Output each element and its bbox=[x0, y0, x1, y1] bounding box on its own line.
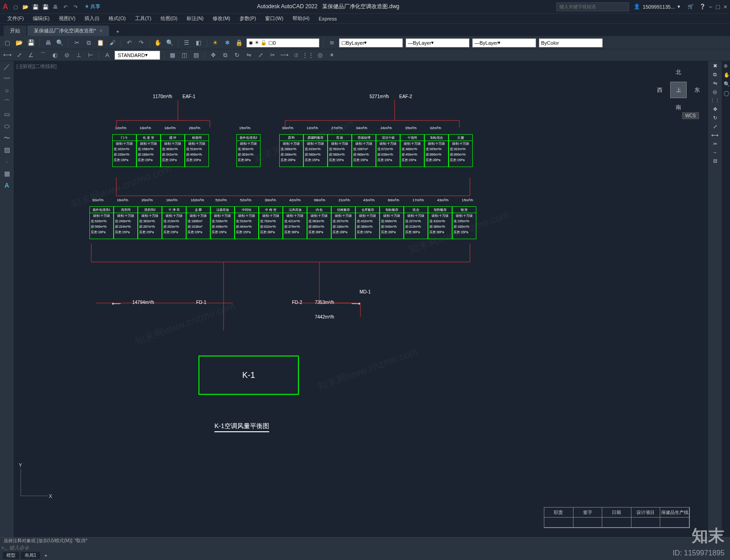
layer-dropdown[interactable]: ◉ ☀ 🔓 ▢ 0 bbox=[246, 38, 319, 47]
menu-dimension[interactable]: 标注(N) bbox=[183, 15, 207, 22]
menu-help[interactable]: 帮助(H) bbox=[289, 15, 313, 22]
viewcube-top[interactable]: 上 bbox=[670, 82, 687, 98]
mirror-icon[interactable]: ⇋ bbox=[713, 80, 717, 86]
extend-icon[interactable]: ⟶ bbox=[280, 51, 289, 60]
menu-format[interactable]: 格式(O) bbox=[105, 15, 130, 22]
table-icon[interactable]: ▦ bbox=[168, 51, 177, 60]
save-icon[interactable]: 💾 bbox=[32, 3, 39, 10]
cut-icon[interactable]: ✂ bbox=[72, 38, 81, 47]
circle-icon[interactable]: ○ bbox=[2, 87, 11, 96]
save-icon[interactable]: 💾 bbox=[26, 38, 36, 47]
dim-dia-icon[interactable]: ⊘ bbox=[62, 51, 71, 60]
saveas-icon[interactable]: 💾 bbox=[42, 3, 49, 10]
menu-modify[interactable]: 修改(M) bbox=[209, 15, 234, 22]
erase-icon[interactable]: ✖ bbox=[713, 63, 717, 69]
orbit-icon[interactable]: ◯ bbox=[724, 90, 729, 96]
open-icon[interactable]: 📂 bbox=[15, 38, 24, 47]
minimize-button[interactable]: − bbox=[709, 3, 712, 10]
hatch-icon[interactable]: ▨ bbox=[192, 51, 201, 60]
undo-icon[interactable]: ↶ bbox=[125, 38, 134, 47]
redo-icon[interactable]: ↷ bbox=[136, 38, 146, 47]
copy-icon[interactable]: ⧉ bbox=[713, 72, 717, 78]
color-dropdown[interactable]: ▢ ByLayer ▾ bbox=[339, 38, 403, 47]
paste-icon[interactable]: 📋 bbox=[96, 38, 105, 47]
menu-insert[interactable]: 插入(I) bbox=[81, 15, 103, 22]
new-icon[interactable]: ▢ bbox=[12, 3, 19, 10]
model-tab[interactable]: 模型 bbox=[3, 552, 19, 559]
steering-icon[interactable]: ⊕ bbox=[724, 63, 729, 68]
lineweight-dropdown[interactable]: — ByLayer ▾ bbox=[472, 38, 536, 47]
scale-icon[interactable]: ⤢ bbox=[713, 124, 717, 130]
explode-icon[interactable]: ✴ bbox=[327, 51, 336, 60]
rect-icon[interactable]: ▭ bbox=[2, 110, 11, 120]
undo-icon[interactable]: ↶ bbox=[62, 3, 69, 10]
freeze-icon[interactable]: ❄ bbox=[223, 38, 232, 47]
help-icon[interactable]: ❔ bbox=[699, 4, 706, 10]
pan-icon[interactable]: ✋ bbox=[153, 38, 162, 47]
line-icon[interactable]: ／ bbox=[2, 63, 11, 72]
textstyle-dropdown[interactable]: STANDARD ▾ bbox=[115, 51, 160, 60]
add-layout-icon[interactable]: + bbox=[45, 553, 47, 558]
cart-icon[interactable]: 🛒 bbox=[688, 4, 694, 10]
menu-express[interactable]: Express bbox=[315, 16, 340, 21]
new-icon[interactable]: ▢ bbox=[3, 38, 12, 47]
lock-icon[interactable]: 🔒 bbox=[235, 38, 244, 47]
viewcube[interactable]: 上 北 南 东 西 bbox=[658, 69, 699, 110]
offset-icon[interactable]: ◎ bbox=[315, 51, 324, 60]
wcs-label[interactable]: WCS bbox=[682, 112, 699, 119]
drawing-canvas[interactable]: [-][俯视][二维线框] 上 北 南 东 西 WCS 1170m³/h EAF… bbox=[14, 61, 708, 537]
plotstyle-dropdown[interactable]: ByColor bbox=[539, 38, 603, 47]
trim-icon[interactable]: ✂ bbox=[268, 51, 277, 60]
dim-linear-icon[interactable]: ⟷ bbox=[3, 51, 12, 60]
region-icon[interactable]: ▦ bbox=[2, 170, 11, 179]
stretch-icon[interactable]: ⟷ bbox=[711, 132, 719, 138]
zoom-icon[interactable]: 🔍 bbox=[165, 38, 174, 47]
mirror-icon[interactable]: ⇋ bbox=[244, 51, 253, 60]
viewcube-east[interactable]: 东 bbox=[694, 86, 700, 94]
share-button[interactable]: ✈ 共享 bbox=[85, 3, 100, 10]
zoom-icon[interactable]: 🔍 bbox=[724, 81, 729, 87]
menu-draw[interactable]: 绘图(D) bbox=[157, 15, 181, 22]
layermatch-icon[interactable]: ≋ bbox=[327, 38, 336, 47]
text-icon[interactable]: A bbox=[2, 182, 11, 191]
menu-window[interactable]: 窗口(W) bbox=[261, 15, 287, 22]
pan-icon[interactable]: ✋ bbox=[724, 72, 729, 78]
tab-document[interactable]: 某保健品厂净化空调改造图*× bbox=[27, 26, 109, 36]
tab-new[interactable]: + bbox=[110, 27, 123, 36]
maximize-button[interactable]: □ bbox=[716, 3, 720, 10]
account-menu[interactable]: 👤 1509991135... ▾ bbox=[634, 4, 680, 10]
menu-parametric[interactable]: 参数(P) bbox=[236, 15, 260, 22]
point-icon[interactable]: · bbox=[2, 158, 11, 167]
text-icon[interactable]: A bbox=[103, 51, 112, 60]
dim-ord-icon[interactable]: ⊥ bbox=[74, 51, 83, 60]
sun-icon[interactable]: ☀ bbox=[211, 38, 220, 47]
rotate-icon[interactable]: ↻ bbox=[713, 115, 717, 121]
match-icon[interactable]: 🖌 bbox=[108, 38, 117, 47]
dim-aligned-icon[interactable]: ⤢ bbox=[15, 51, 24, 60]
array-icon[interactable]: ⋮⋮ bbox=[710, 98, 720, 104]
help-search[interactable] bbox=[556, 2, 629, 11]
tab-start[interactable]: 开始 bbox=[4, 26, 26, 36]
menu-tools[interactable]: 工具(T) bbox=[131, 15, 155, 22]
copy-icon[interactable]: ⧉ bbox=[220, 51, 229, 60]
linetype-dropdown[interactable]: — ByLayer ▾ bbox=[406, 38, 469, 47]
plot-icon[interactable]: 🖶 bbox=[52, 3, 59, 10]
plot-icon[interactable]: 🖶 bbox=[43, 38, 52, 47]
layout-tab[interactable]: 布局1 bbox=[21, 552, 40, 559]
dim-cont-icon[interactable]: ⊢ bbox=[86, 51, 95, 60]
block-icon[interactable]: ◫ bbox=[180, 51, 189, 60]
pline-icon[interactable]: 〰 bbox=[2, 75, 11, 84]
array-icon[interactable]: ⋮⋮ bbox=[303, 51, 313, 60]
rotate-icon[interactable]: ↻ bbox=[232, 51, 241, 60]
arc-icon[interactable]: ⌒ bbox=[2, 99, 11, 108]
spline-icon[interactable]: 〜 bbox=[2, 134, 11, 143]
hatch-icon[interactable]: ▨ bbox=[2, 146, 11, 155]
move-icon[interactable]: ✥ bbox=[713, 106, 717, 112]
move-icon[interactable]: ✥ bbox=[209, 51, 218, 60]
preview-icon[interactable]: 🔍 bbox=[55, 38, 64, 47]
tab-close-icon[interactable]: × bbox=[99, 28, 102, 33]
command-input[interactable] bbox=[9, 545, 728, 550]
layerstate-icon[interactable]: ◧ bbox=[194, 38, 203, 47]
viewcube-north[interactable]: 北 bbox=[676, 68, 681, 76]
open-icon[interactable]: 📂 bbox=[22, 3, 29, 10]
